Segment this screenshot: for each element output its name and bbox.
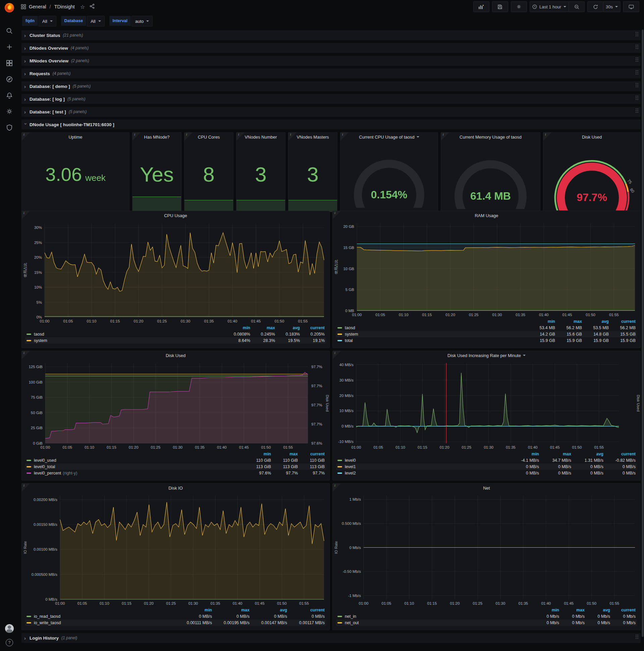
panel-title[interactable]: Uptime [22, 132, 129, 141]
dashboard-row-header[interactable]: ›MNodes Overview(2 panels) [22, 56, 641, 66]
alerting-bell-icon[interactable] [6, 92, 13, 99]
legend-column-header[interactable]: current [609, 319, 636, 324]
legend-series-swatch[interactable] [27, 340, 31, 341]
configuration-gear-icon[interactable] [6, 108, 13, 115]
panel-title[interactable]: CPU Usage [22, 211, 329, 220]
drag-handle-icon[interactable] [635, 637, 637, 639]
breadcrumb-page-title[interactable]: TDinsight [54, 4, 75, 9]
dashboard-row-header[interactable]: ›Login History(1 panel) [22, 633, 641, 643]
add-panel-button[interactable] [473, 1, 489, 12]
legend-series-swatch[interactable] [27, 334, 31, 335]
dashboard-row-header[interactable]: ›Database: [ demo ](5 panels) [22, 81, 641, 91]
share-icon[interactable] [90, 4, 95, 10]
explore-compass-icon[interactable] [6, 75, 13, 83]
legend-series-swatch[interactable] [337, 622, 342, 623]
legend-column-header[interactable]: avg [250, 608, 287, 612]
legend-series-name[interactable]: level0_total [34, 464, 55, 469]
dashboard-row-header[interactable]: ›Database: [ test ](5 panels) [22, 107, 641, 117]
drag-handle-icon[interactable] [635, 98, 637, 100]
panel-title[interactable]: Disk IO [22, 484, 329, 492]
panel-info-corner[interactable]: i [341, 132, 349, 141]
grafana-logo-icon[interactable] [4, 2, 15, 13]
panel-title[interactable]: Disk Used [22, 351, 329, 360]
refresh-interval-dropdown[interactable]: 30s [604, 1, 620, 12]
legend-column-header[interactable]: min [528, 319, 555, 324]
legend-column-header[interactable]: min [507, 452, 539, 456]
legend-series-swatch[interactable] [337, 466, 342, 467]
legend-column-header[interactable]: max [559, 608, 585, 612]
legend-series-swatch[interactable] [27, 616, 31, 617]
legend-series-swatch[interactable] [27, 472, 31, 474]
search-icon[interactable] [6, 27, 13, 35]
legend-series-swatch[interactable] [337, 340, 342, 341]
legend-column-header[interactable]: min [174, 608, 212, 612]
legend-series-swatch[interactable] [337, 334, 342, 335]
breadcrumb-section[interactable]: General [29, 4, 46, 9]
legend-series-name[interactable]: level0_percent [34, 471, 61, 475]
cycle-view-mode-button[interactable] [623, 1, 639, 12]
panel-info-corner[interactable]: i [236, 132, 245, 141]
legend-column-header[interactable]: avg [582, 319, 609, 324]
panel-info-corner[interactable]: i [333, 211, 341, 219]
legend-column-header[interactable]: min [225, 326, 250, 330]
legend-column-header[interactable]: min [244, 452, 271, 456]
legend-series-name[interactable]: system [345, 332, 358, 337]
help-icon[interactable]: ? [6, 639, 13, 646]
legend-series-swatch[interactable] [27, 466, 31, 467]
time-range-picker[interactable]: Last 1 hour [529, 1, 569, 12]
scrollbar-thumb[interactable] [642, 30, 644, 637]
panel-info-corner[interactable]: i [22, 484, 30, 492]
variable-database-value-dropdown[interactable]: All [87, 16, 104, 27]
dashboards-icon[interactable] [6, 59, 13, 67]
legend-column-header[interactable]: max [250, 326, 275, 330]
panel-info-corner[interactable]: i [288, 132, 296, 141]
panel-info-corner[interactable]: i [333, 484, 341, 492]
legend-column-header[interactable]: avg [275, 326, 300, 330]
drag-handle-icon[interactable] [635, 111, 637, 113]
legend-series-name[interactable]: taosd [34, 332, 44, 337]
panel-title[interactable]: Disk Used Increasing Rate per Minute [333, 351, 640, 360]
legend-series-name[interactable]: level1 [345, 464, 356, 469]
dashboard-row-header[interactable]: ›Requests(4 panels) [22, 68, 641, 79]
legend-series-name[interactable]: io_write_taosd [34, 620, 61, 625]
dashboard-row-header[interactable]: ›DNodes Overview(4 panels) [22, 43, 641, 53]
legend-series-name[interactable]: level2 [345, 471, 356, 475]
legend-column-header[interactable]: current [300, 326, 325, 330]
dashboard-row-header[interactable]: ›Cluster Status(21 panels) [22, 30, 641, 40]
refresh-button[interactable] [587, 1, 604, 12]
legend-column-header[interactable]: current [604, 452, 636, 456]
legend-series-name[interactable]: system [34, 338, 47, 343]
legend-column-header[interactable]: avg [571, 452, 604, 456]
dashboard-row-header[interactable]: ›Database: [ log ](5 panels) [22, 94, 641, 104]
legend-column-header[interactable]: current [287, 608, 325, 612]
zoom-out-button[interactable] [569, 1, 585, 12]
legend-column-header[interactable]: min [534, 608, 559, 612]
panel-info-corner[interactable]: i [132, 132, 140, 141]
panel-title[interactable]: Net [333, 484, 640, 492]
legend-series-name[interactable]: net_out [345, 620, 359, 625]
star-icon[interactable]: ☆ [80, 4, 85, 10]
legend-series-swatch[interactable] [337, 472, 342, 474]
variable-interval-value-dropdown[interactable]: auto [131, 16, 153, 27]
panel-info-corner[interactable]: i [333, 351, 341, 359]
drag-handle-icon[interactable] [635, 34, 637, 37]
panel-info-corner[interactable]: i [185, 132, 193, 141]
legend-series-name[interactable]: taosd [345, 326, 355, 330]
panel-title[interactable]: Current CPU Usage of taosd [341, 132, 438, 141]
panel-info-corner[interactable]: i [441, 132, 449, 141]
variable-fqdn-value-dropdown[interactable]: All [39, 16, 56, 27]
panel-title[interactable]: Current Memory Usage of taosd [441, 132, 540, 141]
legend-column-header[interactable]: max [212, 608, 250, 612]
legend-series-name[interactable]: level0_used [34, 458, 56, 463]
legend-series-name[interactable]: io_read_taosd [34, 614, 60, 619]
drag-handle-icon[interactable] [635, 85, 637, 88]
legend-column-header[interactable]: max [539, 452, 571, 456]
legend-series-swatch[interactable] [337, 460, 342, 461]
row-dnode-usage[interactable]: › DNode Usage [ huolinhe-TM1701:6030 ] [22, 120, 641, 129]
panel-info-corner[interactable]: i [22, 211, 30, 219]
legend-column-header[interactable]: current [610, 608, 636, 612]
panel-title[interactable]: Disk Used [543, 132, 640, 141]
drag-handle-icon[interactable] [635, 59, 637, 62]
dashboard-settings-button[interactable] [511, 1, 527, 12]
create-plus-icon[interactable] [6, 43, 13, 51]
